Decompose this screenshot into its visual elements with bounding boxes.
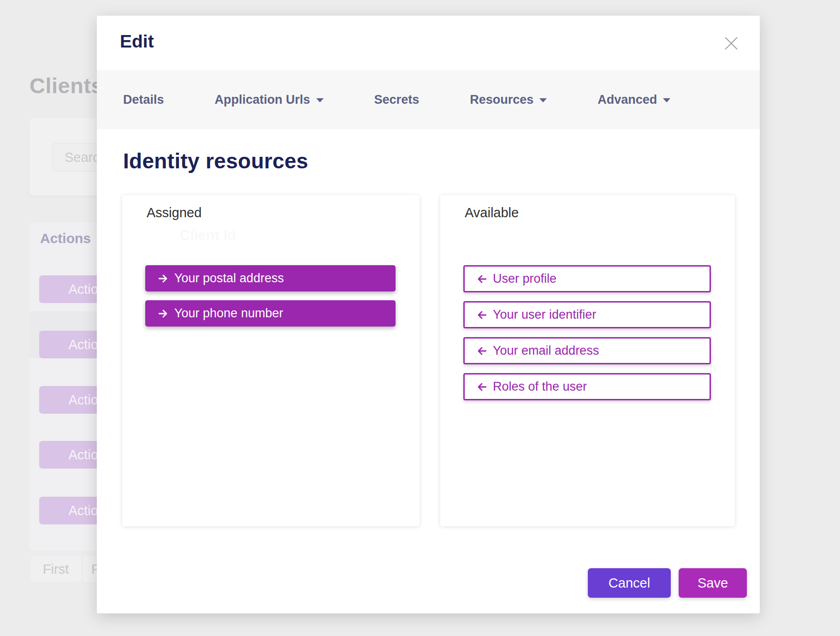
tab-resources[interactable]: Resources [470,93,547,107]
assigned-resource-button[interactable]: Your postal address [145,265,396,291]
resource-panels: Assigned Client Id Your postal address Y… [122,195,735,526]
edit-client-modal: Edit Details Application Urls Secrets Re… [97,16,760,613]
chevron-down-icon [663,98,670,102]
assigned-resource-button[interactable]: Your phone number [145,300,396,327]
available-resource-button[interactable]: User profile [463,265,711,292]
available-panel-label: Available [465,205,519,220]
chevron-down-icon [539,98,547,102]
modal-tab-bar: Details Application Urls Secrets Resourc… [97,70,760,129]
assigned-panel-label: Assigned [147,205,201,220]
tab-details[interactable]: Details [123,93,164,107]
tab-application-urls[interactable]: Application Urls [215,93,324,107]
pagination-first-button[interactable]: First [30,556,81,582]
arrow-left-icon [476,345,488,357]
arrow-right-icon [157,308,169,320]
available-resource-button[interactable]: Roles of the user [463,373,711,400]
cancel-button[interactable]: Cancel [588,568,671,598]
save-button[interactable]: Save [679,568,747,598]
assigned-panel: Assigned Client Id Your postal address Y… [122,195,420,526]
available-resource-button[interactable]: Your email address [463,337,711,364]
tab-secrets[interactable]: Secrets [374,93,420,107]
page-title: Clients [30,73,103,98]
background-ghost-text: Client Id [180,227,236,244]
chevron-down-icon [316,98,324,102]
actions-column-header: Actions [40,231,91,246]
available-panel: Available User profile Your user identif… [440,195,735,526]
arrow-left-icon [476,273,488,285]
section-title: Identity resources [123,149,308,173]
close-icon [723,35,739,52]
available-resource-button[interactable]: Your user identifier [463,301,711,328]
modal-title: Edit [120,31,154,52]
tab-advanced[interactable]: Advanced [597,93,670,107]
arrow-left-icon [476,309,488,321]
close-button[interactable] [721,33,741,53]
arrow-left-icon [476,381,488,393]
arrow-right-icon [157,273,169,285]
